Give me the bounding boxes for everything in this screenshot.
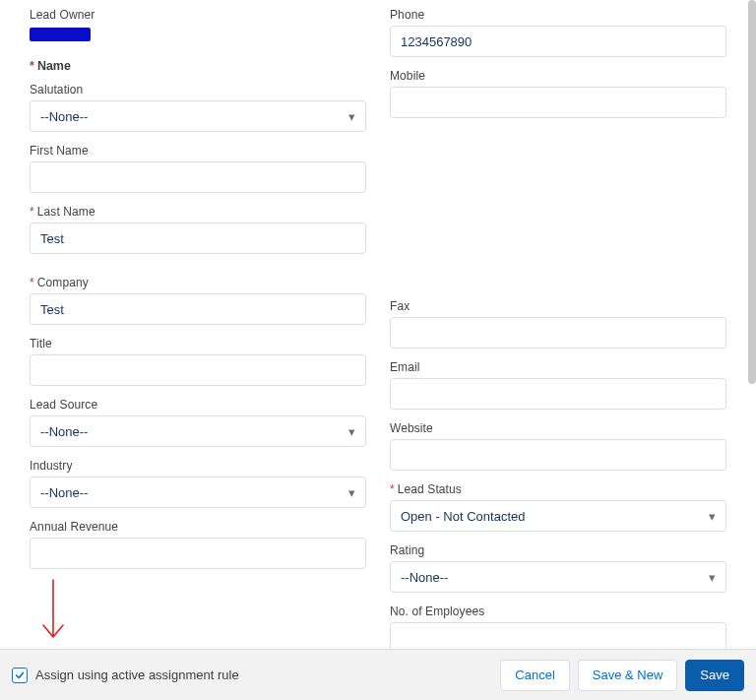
assign-rule-label: Assign using active assignment rule: [35, 668, 239, 682]
required-marker: *: [390, 482, 395, 496]
save-button[interactable]: Save: [685, 660, 744, 691]
field-email: Email: [390, 360, 726, 410]
field-first-name: First Name: [30, 144, 366, 193]
label-annual-revenue: Annual Revenue: [30, 520, 366, 534]
label-website: Website: [390, 421, 726, 435]
field-salutation: Salutation --None-- ▾: [30, 83, 366, 132]
field-last-name: *Last Name: [30, 205, 366, 254]
email-input[interactable]: [390, 378, 726, 410]
label-last-name-text: Last Name: [37, 205, 95, 219]
required-marker: *: [30, 205, 34, 219]
right-column: Phone Mobile Fax Email Website: [390, 8, 726, 649]
required-marker: *: [30, 59, 34, 73]
form-body: Lead Owner *Name Salutation --None-- ▾ F…: [0, 0, 756, 649]
last-name-input[interactable]: [30, 223, 366, 254]
lead-source-value: --None--: [40, 424, 88, 439]
label-lead-status: *Lead Status: [390, 482, 726, 496]
footer-left: Assign using active assignment rule: [12, 668, 239, 683]
label-company: *Company: [30, 276, 366, 289]
name-heading-text: Name: [37, 59, 71, 73]
label-title: Title: [30, 337, 366, 350]
footer-right: Cancel Save & New Save: [500, 660, 744, 691]
name-heading: *Name: [30, 59, 366, 73]
label-email: Email: [390, 360, 726, 374]
assign-rule-checkbox[interactable]: [12, 668, 28, 683]
label-rating: Rating: [390, 543, 726, 557]
label-salutation: Salutation: [30, 83, 366, 96]
caret-down-icon: ▾: [709, 509, 716, 524]
field-company: *Company: [30, 276, 366, 325]
caret-down-icon: ▾: [348, 109, 355, 124]
field-no-of-employees: No. of Employees: [390, 605, 726, 649]
field-fax: Fax: [390, 299, 726, 349]
industry-value: --None--: [40, 485, 88, 500]
no-of-employees-input[interactable]: [390, 622, 726, 649]
fax-input[interactable]: [390, 317, 726, 349]
field-mobile: Mobile: [390, 69, 726, 118]
label-phone: Phone: [390, 8, 726, 22]
left-column: Lead Owner *Name Salutation --None-- ▾ F…: [30, 8, 366, 649]
first-name-input[interactable]: [30, 161, 366, 193]
label-lead-owner: Lead Owner: [30, 8, 366, 22]
label-mobile: Mobile: [390, 69, 726, 83]
lead-owner-value-redacted: [30, 28, 91, 41]
label-industry: Industry: [30, 459, 366, 473]
save-and-new-button[interactable]: Save & New: [578, 660, 678, 691]
field-annual-revenue: Annual Revenue: [30, 520, 366, 569]
field-industry: Industry --None-- ▾: [30, 459, 366, 508]
title-input[interactable]: [30, 354, 366, 386]
salutation-value: --None--: [40, 109, 88, 124]
field-lead-owner: Lead Owner: [30, 8, 366, 41]
phone-input[interactable]: [390, 26, 726, 57]
lead-edit-modal: Lead Owner *Name Salutation --None-- ▾ F…: [0, 0, 756, 700]
website-input[interactable]: [390, 439, 726, 471]
mobile-input[interactable]: [390, 87, 726, 118]
label-first-name: First Name: [30, 144, 366, 158]
caret-down-icon: ▾: [348, 485, 355, 500]
label-lead-source: Lead Source: [30, 398, 366, 412]
field-rating: Rating --None-- ▾: [390, 543, 726, 593]
field-lead-status: *Lead Status Open - Not Contacted ▾: [390, 482, 726, 532]
label-company-text: Company: [37, 276, 89, 289]
check-icon: [15, 670, 25, 680]
cancel-button[interactable]: Cancel: [500, 660, 569, 691]
industry-select[interactable]: --None-- ▾: [30, 477, 366, 508]
rating-value: --None--: [401, 570, 448, 585]
annual-revenue-input[interactable]: [30, 538, 366, 569]
label-no-of-employees: No. of Employees: [390, 605, 726, 618]
label-fax: Fax: [390, 299, 726, 313]
field-website: Website: [390, 421, 726, 471]
label-last-name: *Last Name: [30, 205, 366, 219]
salutation-select[interactable]: --None-- ▾: [30, 100, 366, 132]
required-marker: *: [30, 276, 34, 289]
caret-down-icon: ▾: [348, 424, 355, 439]
caret-down-icon: ▾: [709, 570, 716, 585]
lead-status-select[interactable]: Open - Not Contacted ▾: [390, 500, 726, 532]
field-lead-source: Lead Source --None-- ▾: [30, 398, 366, 447]
lead-status-value: Open - Not Contacted: [401, 509, 525, 524]
lead-source-select[interactable]: --None-- ▾: [30, 415, 366, 447]
field-title: Title: [30, 337, 366, 386]
scrollbar[interactable]: [748, 0, 756, 384]
field-phone: Phone: [390, 8, 726, 57]
label-lead-status-text: Lead Status: [398, 482, 462, 496]
company-input[interactable]: [30, 293, 366, 325]
rating-select[interactable]: --None-- ▾: [390, 561, 726, 593]
modal-footer: Assign using active assignment rule Canc…: [0, 649, 756, 700]
